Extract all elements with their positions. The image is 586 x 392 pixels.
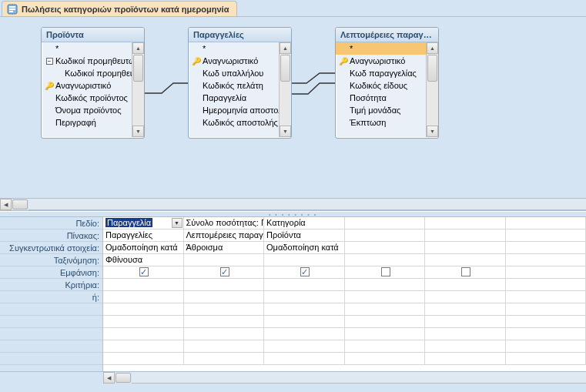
- field[interactable]: Ποσότητα: [348, 93, 426, 102]
- scroll-left-icon[interactable]: ◀: [103, 372, 115, 384]
- field[interactable]: Περιγραφή: [54, 118, 132, 127]
- field[interactable]: Έκπτωση: [348, 118, 426, 127]
- grid-cell-criteria[interactable]: [184, 279, 265, 290]
- field[interactable]: Κωδικός πελάτη: [201, 81, 279, 90]
- checkbox-icon[interactable]: [381, 267, 390, 276]
- grid-horizontal-scroll[interactable]: ◀: [0, 371, 586, 384]
- grid-cell-criteria[interactable]: [506, 279, 587, 290]
- grid-cell-criteria[interactable]: [425, 279, 506, 290]
- field[interactable]: Τιμή μονάδας: [348, 106, 426, 115]
- query-tab[interactable]: Πωλήσεις κατηγοριών προϊόντων κατά ημερο…: [2, 1, 237, 16]
- dropdown-arrow-icon[interactable]: ▼: [172, 218, 182, 228]
- star-row[interactable]: *: [348, 44, 426, 53]
- field[interactable]: Αναγνωριστικό: [348, 56, 426, 65]
- scroll-down-icon[interactable]: ▼: [427, 126, 438, 137]
- grid-cell-show[interactable]: [506, 266, 587, 278]
- grid-body[interactable]: Παραγγελία ▼ Σύνολο ποσότητας: Ποσότητα …: [103, 217, 586, 371]
- scroll-thumb[interactable]: [280, 55, 290, 82]
- checkbox-icon[interactable]: [139, 267, 149, 276]
- table-box-products[interactable]: Προϊόντα * −Κωδικοί προμηθευτών Κωδικοί …: [41, 27, 145, 139]
- diagram-pane[interactable]: Προϊόντα * −Κωδικοί προμηθευτών Κωδικοί …: [0, 17, 586, 199]
- field-list[interactable]: * 🔑Αναγνωριστικό Κωδ παραγγελίας Κωδικός…: [336, 42, 426, 137]
- field[interactable]: Κωδικός προϊόντος: [54, 93, 132, 102]
- grid-cell-or[interactable]: [103, 291, 184, 303]
- expand-icon[interactable]: −: [45, 58, 54, 65]
- pane-splitter[interactable]: • • • • • • • •: [0, 211, 586, 217]
- grid-cell-criteria[interactable]: [345, 279, 426, 290]
- grid-cell-field[interactable]: Παραγγελία ▼: [103, 217, 184, 229]
- grid-cell-sort[interactable]: [506, 254, 587, 266]
- field-list[interactable]: * 🔑Αναγνωριστικό Κωδ υπαλλήλου Κωδικός π…: [189, 42, 279, 137]
- grid-cell-show[interactable]: [103, 266, 184, 278]
- grid-cell-field[interactable]: [345, 217, 426, 229]
- scroll-track[interactable]: [132, 372, 586, 384]
- diagram-horizontal-scroll[interactable]: ◀: [0, 199, 586, 211]
- grid-cell-field[interactable]: Κατηγορία: [264, 217, 345, 229]
- field[interactable]: Όνομα προϊόντος: [54, 106, 132, 115]
- grid-cell-field[interactable]: [425, 217, 506, 229]
- field[interactable]: Κωδικός είδους: [348, 81, 426, 90]
- vertical-scrollbar[interactable]: ▲ ▼: [132, 42, 144, 137]
- vertical-scrollbar[interactable]: ▲ ▼: [426, 42, 438, 137]
- scroll-thumb[interactable]: [116, 373, 131, 383]
- field[interactable]: Ημερομηνία αποστολής: [201, 106, 279, 115]
- grid-cell-sort[interactable]: [345, 254, 426, 266]
- scroll-up-icon[interactable]: ▲: [427, 42, 438, 54]
- grid-cell-or[interactable]: [345, 291, 426, 303]
- field[interactable]: Κωδ παραγγελίας: [348, 69, 426, 78]
- grid-cell-or[interactable]: [264, 291, 345, 303]
- scroll-up-icon[interactable]: ▲: [132, 42, 144, 54]
- grid-cell-or[interactable]: [184, 291, 265, 303]
- table-box-orders[interactable]: Παραγγελίες * 🔑Αναγνωριστικό Κωδ υπαλλήλ…: [188, 27, 292, 139]
- grid-cell-table[interactable]: Προϊόντα: [264, 230, 345, 241]
- vertical-scrollbar[interactable]: ▲ ▼: [279, 42, 291, 137]
- table-box-details[interactable]: Λεπτομέρειες παραγγελιών * 🔑Αναγνωριστικ…: [335, 27, 439, 139]
- grid-cell-sort[interactable]: Φθίνουσα: [103, 254, 184, 266]
- grid-cell-field[interactable]: Σύνολο ποσότητας: Ποσότητα: [184, 217, 265, 229]
- field[interactable]: Κωδικοί προμηθευτών: [54, 56, 132, 65]
- field[interactable]: Αναγνωριστικό: [54, 81, 132, 90]
- scroll-down-icon[interactable]: ▼: [280, 126, 291, 137]
- scroll-thumb[interactable]: [12, 199, 28, 209]
- star-row[interactable]: *: [201, 44, 279, 53]
- grid-cell-table[interactable]: [425, 230, 506, 241]
- field[interactable]: Κωδικοί προμηθευτών: [54, 69, 132, 78]
- grid-cell-total[interactable]: [425, 242, 506, 253]
- field[interactable]: Παραγγελία: [201, 93, 279, 102]
- grid-cell-show[interactable]: [264, 266, 345, 278]
- grid-cell-criteria[interactable]: [103, 279, 184, 290]
- scroll-down-icon[interactable]: ▼: [132, 126, 144, 137]
- grid-cell-table[interactable]: Παραγγελίες: [103, 230, 184, 241]
- grid-cell-show[interactable]: [184, 266, 265, 278]
- grid-cell-or[interactable]: [506, 291, 587, 303]
- checkbox-icon[interactable]: [300, 267, 310, 276]
- grid-cell-show[interactable]: [425, 266, 506, 278]
- scroll-up-icon[interactable]: ▲: [280, 42, 291, 54]
- grid-cell-total[interactable]: Ομαδοποίηση κατά: [103, 242, 184, 253]
- scroll-thumb[interactable]: [133, 55, 143, 82]
- grid-cell-table[interactable]: [506, 230, 587, 241]
- checkbox-icon[interactable]: [220, 267, 229, 276]
- grid-cell-total[interactable]: Άθροισμα: [184, 242, 265, 253]
- grid-cell-table[interactable]: [345, 230, 426, 241]
- grid-cell-sort[interactable]: [264, 254, 345, 266]
- star-row[interactable]: *: [54, 44, 132, 53]
- field-list[interactable]: * −Κωδικοί προμηθευτών Κωδικοί προμηθευτ…: [42, 42, 132, 137]
- scroll-left-icon[interactable]: ◀: [0, 199, 12, 210]
- grid-cell-field[interactable]: [506, 217, 587, 229]
- grid-cell-total[interactable]: [345, 242, 426, 253]
- grid-cell-criteria[interactable]: [264, 279, 345, 290]
- scroll-thumb[interactable]: [427, 55, 437, 82]
- grid-cell-total[interactable]: [506, 242, 587, 253]
- field[interactable]: Κωδ υπαλλήλου: [201, 69, 279, 78]
- grid-cell-total[interactable]: Ομαδοποίηση κατά: [264, 242, 345, 253]
- scroll-track[interactable]: [28, 199, 586, 210]
- grid-cell-show[interactable]: [345, 266, 426, 278]
- field[interactable]: Αναγνωριστικό: [201, 56, 279, 65]
- grid-cell-sort[interactable]: [425, 254, 506, 266]
- grid-cell-table[interactable]: Λεπτομέρειες παραγγελιών: [184, 230, 265, 241]
- grid-cell-sort[interactable]: [184, 254, 265, 266]
- grid-cell-or[interactable]: [425, 291, 506, 303]
- checkbox-icon[interactable]: [461, 267, 470, 276]
- field[interactable]: Κωδικός αποστολής: [201, 118, 279, 127]
